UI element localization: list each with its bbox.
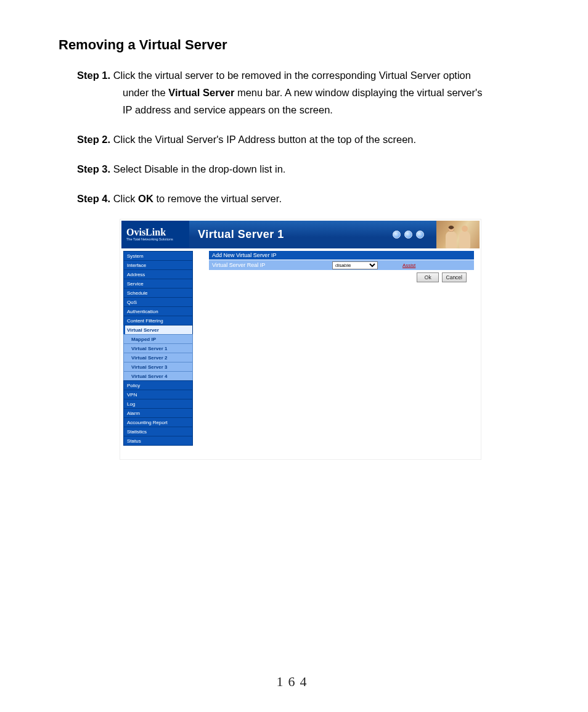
step-1-text-a: Click the virtual server to be removed i… xyxy=(113,70,471,81)
sidebar-item-qos[interactable]: QoS xyxy=(123,297,193,306)
button-row: Ok Cancel xyxy=(209,270,474,282)
sidebar-sub-mapped-ip[interactable]: Mapped IP xyxy=(123,334,193,343)
sidebar-item-address[interactable]: Address xyxy=(123,269,193,279)
form-label-real-ip: Virtual Server Real IP xyxy=(209,262,332,268)
sidebar: System Interface Address Service Schedul… xyxy=(123,251,193,446)
sidebar-item-log[interactable]: Log xyxy=(123,399,193,408)
sidebar-item-authentication[interactable]: Authentication xyxy=(123,306,193,316)
ok-button[interactable]: Ok xyxy=(417,272,439,282)
step-3: Step 3. Select Disable in the drop-down … xyxy=(77,160,529,178)
brand-box: OvisLink The Total Networking Solutions xyxy=(121,221,189,248)
sidebar-item-status[interactable]: Status xyxy=(123,436,193,446)
form-row-real-ip: Virtual Server Real IP disable Assist xyxy=(209,260,474,270)
step-1-label: Step 1. xyxy=(77,70,110,81)
brand-name: OvisLink xyxy=(126,227,189,237)
step-1-bold: Virtual Server xyxy=(168,87,234,98)
step-1-text-d: IP address and service appears on the sc… xyxy=(77,101,529,118)
header-decor xyxy=(390,221,480,248)
assist-link[interactable]: Assist xyxy=(402,263,415,268)
sidebar-item-alarm[interactable]: Alarm xyxy=(123,408,193,417)
page-title: Removing a Virtual Server xyxy=(59,37,529,53)
sidebar-item-service[interactable]: Service xyxy=(123,279,193,288)
person-graphic xyxy=(459,231,470,248)
sidebar-sub-vs3[interactable]: Virtual Server 3 xyxy=(123,362,193,371)
header-title: Virtual Server 1 xyxy=(198,228,284,241)
step-1-text-c: menu bar. A new window displaying the vi… xyxy=(234,87,482,98)
step-4-label: Step 4. xyxy=(77,193,110,204)
sidebar-item-policy[interactable]: Policy xyxy=(123,380,193,390)
sidebar-item-content-filtering[interactable]: Content Filtering xyxy=(123,316,193,325)
step-4-bold: OK xyxy=(138,193,153,204)
brand-tagline: The Total Networking Solutions xyxy=(126,237,189,242)
step-1-text-b: under the xyxy=(123,87,168,98)
step-2-label: Step 2. xyxy=(77,134,110,145)
sidebar-item-schedule[interactable]: Schedule xyxy=(123,288,193,297)
step-2-text: Click the Virtual Server's IP Address bu… xyxy=(113,134,416,145)
sidebar-item-vpn[interactable]: VPN xyxy=(123,390,193,399)
step-4-text-a: Click xyxy=(113,193,138,204)
step-3-label: Step 3. xyxy=(77,163,110,174)
step-2: Step 2. Click the Virtual Server's IP Ad… xyxy=(77,131,529,148)
step-4: Step 4. Click OK to remove the virtual s… xyxy=(77,190,529,207)
sidebar-item-virtual-server[interactable]: Virtual Server xyxy=(123,325,193,334)
sidebar-item-statistics[interactable]: Statistics xyxy=(123,427,193,436)
sidebar-sub-vs1[interactable]: Virtual Server 1 xyxy=(123,343,193,353)
globe-icon xyxy=(393,231,401,239)
header-photo xyxy=(436,221,480,248)
app-screenshot: OvisLink The Total Networking Solutions … xyxy=(120,219,481,459)
sidebar-sub-vs4[interactable]: Virtual Server 4 xyxy=(123,371,193,380)
page-number: 164 xyxy=(0,674,588,690)
sidebar-item-system[interactable]: System xyxy=(123,251,193,260)
sidebar-sub-vs2[interactable]: Virtual Server 2 xyxy=(123,353,193,362)
form-header: Add New Virtual Server IP xyxy=(209,251,474,260)
content-area: Add New Virtual Server IP Virtual Server… xyxy=(193,251,478,446)
globe-icon xyxy=(416,231,424,239)
sidebar-item-accounting-report[interactable]: Accounting Report xyxy=(123,417,193,427)
real-ip-select[interactable]: disable xyxy=(332,261,378,269)
cancel-button[interactable]: Cancel xyxy=(442,272,467,282)
step-4-text-b: to remove the virtual server. xyxy=(153,193,282,204)
globe-icon xyxy=(404,231,412,239)
step-3-text: Select Disable in the drop-down list in. xyxy=(113,163,286,174)
person-graphic xyxy=(446,231,457,248)
sidebar-item-interface[interactable]: Interface xyxy=(123,260,193,269)
app-header: OvisLink The Total Networking Solutions … xyxy=(121,221,480,248)
step-1: Step 1. Click the virtual server to be r… xyxy=(77,67,529,118)
